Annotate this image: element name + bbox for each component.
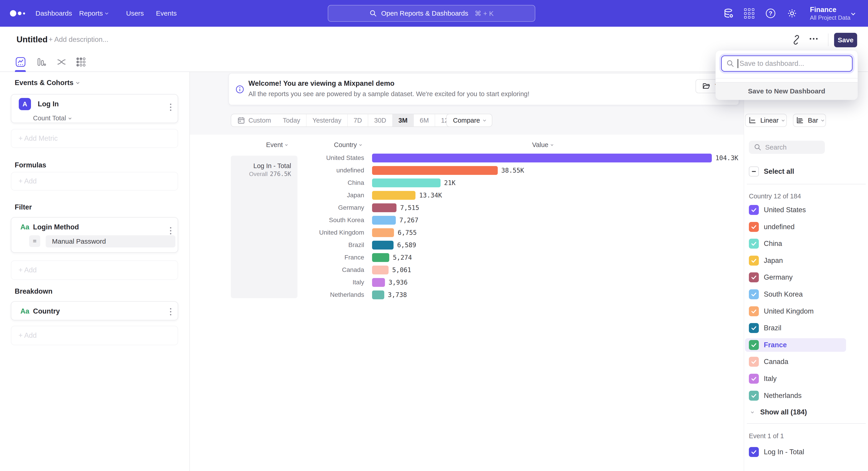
date-option-3m[interactable]: 3M: [392, 114, 413, 126]
bar-france[interactable]: [372, 253, 389, 262]
legend-row-netherlands[interactable]: Netherlands: [745, 389, 846, 403]
mixpanel-logo-icon[interactable]: [10, 0, 25, 27]
value-label: 3,936: [389, 276, 408, 289]
add-filter-button[interactable]: + Add: [11, 260, 178, 280]
legend-row-france[interactable]: France: [745, 338, 846, 352]
report-title[interactable]: Untitled: [17, 27, 48, 53]
checkbox-united-kingdom[interactable]: [749, 306, 759, 316]
compare-button[interactable]: Compare: [446, 114, 492, 127]
checkbox-log-in-total[interactable]: [749, 447, 759, 457]
bar-japan[interactable]: [372, 191, 415, 200]
tab-retention[interactable]: [74, 53, 88, 71]
legend-row-log-in-total[interactable]: Log In - Total: [745, 445, 846, 459]
category-label: undefined: [190, 164, 364, 177]
category-label: Italy: [190, 276, 364, 289]
events-cohorts-header[interactable]: Events & Cohorts: [15, 79, 79, 87]
legend-label: undefined: [764, 223, 795, 231]
filter-card[interactable]: Aa Login Method = Manual Password: [11, 217, 178, 253]
metric-card[interactable]: A Log In Count Total: [11, 94, 178, 123]
bar-netherlands[interactable]: [372, 291, 384, 299]
bar-united-kingdom[interactable]: [372, 228, 394, 237]
chart-type-button[interactable]: Bar: [793, 114, 826, 127]
checkbox-italy[interactable]: [749, 374, 759, 384]
apps-grid-icon[interactable]: [744, 0, 754, 27]
help-icon[interactable]: ?: [766, 0, 775, 27]
settings-gear-icon[interactable]: [786, 0, 798, 27]
breakdown-property-name[interactable]: Country: [33, 307, 60, 315]
checkbox-japan[interactable]: [749, 256, 759, 266]
date-option-yesterday[interactable]: Yesterday: [306, 114, 347, 126]
bar-germany[interactable]: [372, 203, 397, 212]
project-switcher[interactable]: Finance All Project Data: [810, 0, 850, 27]
save-dashboard-search[interactable]: [721, 55, 852, 72]
filter-value[interactable]: Manual Password: [46, 235, 176, 247]
add-metric-button[interactable]: + Add Metric: [11, 129, 178, 148]
bar-south-korea[interactable]: [372, 216, 396, 225]
nav-reports[interactable]: Reports: [79, 0, 108, 27]
bar-china[interactable]: [372, 178, 440, 187]
filter-property-name[interactable]: Login Method: [33, 223, 79, 231]
more-options-button[interactable]: [810, 38, 817, 39]
column-header-event[interactable]: Event: [260, 140, 293, 149]
tab-flows[interactable]: [55, 53, 68, 71]
date-option-6m[interactable]: 6M: [413, 114, 435, 126]
legend-search[interactable]: [749, 141, 825, 154]
data-management-icon[interactable]: [723, 0, 734, 27]
filter-operator[interactable]: =: [29, 235, 40, 247]
legend-search-input[interactable]: [765, 143, 817, 151]
checkbox-brazil[interactable]: [749, 323, 759, 333]
legend-row-united-kingdom[interactable]: United Kingdom: [745, 304, 846, 318]
nav-events[interactable]: Events: [156, 0, 177, 27]
bar-united-states[interactable]: [372, 154, 712, 163]
save-dashboard-input[interactable]: [740, 59, 848, 68]
show-all-button[interactable]: Show all (184): [745, 405, 846, 419]
date-custom[interactable]: Custom: [231, 114, 277, 126]
column-header-value[interactable]: Value: [515, 140, 569, 149]
copy-link-icon[interactable]: [791, 35, 802, 45]
aggregation-selector[interactable]: Count Total: [33, 115, 71, 122]
checkbox-netherlands[interactable]: [749, 391, 759, 401]
legend-row-south-korea[interactable]: South Korea: [745, 288, 846, 301]
add-formula-button[interactable]: + Add: [11, 172, 178, 190]
checkbox-canada[interactable]: [749, 357, 759, 367]
legend-row-china[interactable]: China: [745, 237, 846, 251]
save-to-new-dashboard-button[interactable]: Save to New Dashboard: [716, 82, 858, 100]
scale-selector-button[interactable]: Linear: [745, 114, 787, 127]
metric-menu-button[interactable]: [170, 104, 171, 111]
tab-insights[interactable]: [14, 53, 27, 71]
date-option-7d[interactable]: 7D: [347, 114, 368, 126]
legend-row-undefined[interactable]: undefined: [745, 220, 846, 234]
date-option-30d[interactable]: 30D: [368, 114, 392, 126]
breakdown-card[interactable]: Aa Country: [11, 301, 178, 320]
bar-italy[interactable]: [372, 278, 385, 287]
date-option-today[interactable]: Today: [277, 114, 306, 126]
legend-row-brazil[interactable]: Brazil: [745, 321, 846, 335]
legend-row-germany[interactable]: Germany: [745, 271, 846, 284]
legend-row-united-states[interactable]: United States: [745, 203, 846, 217]
event-name[interactable]: Log In: [38, 100, 59, 108]
legend-row-italy[interactable]: Italy: [745, 372, 846, 385]
bar-undefined[interactable]: [372, 166, 498, 175]
add-breakdown-button[interactable]: + Add: [11, 326, 178, 345]
select-all-row[interactable]: Select all: [749, 167, 794, 176]
checkbox-china[interactable]: [749, 239, 759, 248]
save-button[interactable]: Save: [834, 33, 857, 47]
global-search-button[interactable]: Open Reports & Dashboards ⌘ + K: [328, 5, 535, 22]
column-header-country[interactable]: Country: [325, 140, 370, 149]
checkbox-france[interactable]: [749, 340, 759, 350]
legend-row-japan[interactable]: Japan: [745, 254, 846, 267]
breakdown-menu-button[interactable]: [170, 308, 171, 315]
bar-canada[interactable]: [372, 266, 389, 274]
filter-menu-button[interactable]: [170, 227, 171, 234]
checkbox-germany[interactable]: [749, 272, 759, 282]
nav-dashboards[interactable]: Dashboards: [35, 0, 72, 27]
checkbox-south-korea[interactable]: [749, 289, 759, 299]
checkbox-united-states[interactable]: [749, 205, 759, 215]
legend-row-canada[interactable]: Canada: [745, 355, 846, 369]
nav-users[interactable]: Users: [126, 0, 144, 27]
checkbox-undefined[interactable]: [749, 222, 759, 232]
bar-brazil[interactable]: [372, 241, 394, 249]
select-all-checkbox[interactable]: [749, 167, 759, 176]
tab-funnels[interactable]: [34, 53, 48, 71]
add-description-button[interactable]: + Add description...: [49, 27, 108, 53]
